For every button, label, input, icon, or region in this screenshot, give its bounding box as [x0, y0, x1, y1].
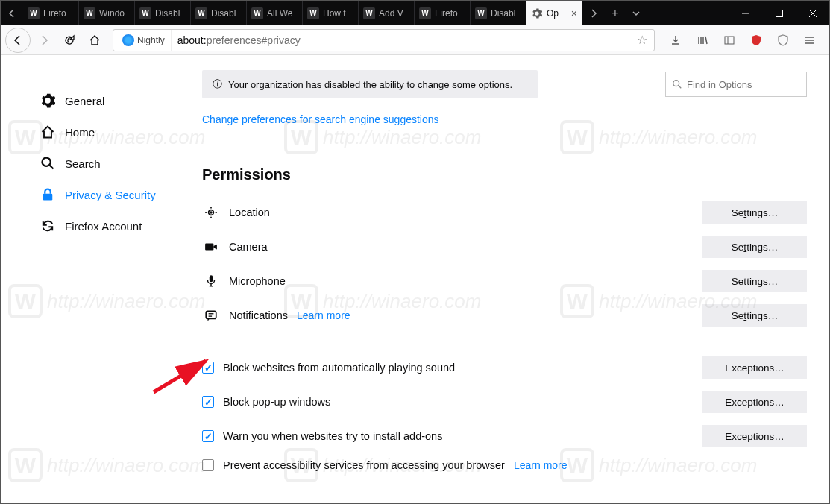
- addon-shield-icon[interactable]: [773, 30, 793, 51]
- svg-point-12: [673, 81, 679, 86]
- favicon-w-icon: W: [475, 7, 487, 19]
- find-in-options-input[interactable]: Find in Options: [665, 72, 807, 97]
- info-text: Your organization has disabled the abili…: [228, 79, 512, 90]
- tab-0[interactable]: WFirefo: [23, 1, 79, 25]
- search-icon: [40, 155, 56, 171]
- tab-label: Firefo: [43, 8, 66, 19]
- info-icon: ⓘ: [213, 78, 222, 91]
- library-icon[interactable]: [692, 30, 713, 51]
- sidebar-item-account[interactable]: Firefox Account: [31, 210, 180, 242]
- close-window-button[interactable]: [796, 1, 829, 25]
- titlebar: WFirefo WWindo WDisabl WDisabl WAll We W…: [1, 1, 829, 25]
- url-text[interactable]: about:preferences#privacy: [172, 34, 633, 46]
- sidebar-label: General: [65, 95, 104, 107]
- learn-more-link[interactable]: Learn more: [514, 459, 568, 471]
- autoplay-checkbox[interactable]: [202, 362, 214, 374]
- back-button[interactable]: [5, 28, 31, 53]
- tab-label: Op: [547, 8, 559, 19]
- tab-label: All We: [267, 8, 292, 19]
- sidebar-label: Home: [65, 126, 95, 139]
- close-tab-icon[interactable]: ×: [571, 7, 577, 19]
- reload-button[interactable]: [57, 28, 81, 52]
- permission-label: Microphone: [229, 275, 286, 287]
- identity-box[interactable]: Nightly: [116, 30, 172, 51]
- content-area: General Home Search Privacy & Security F…: [1, 55, 829, 504]
- addons-checkbox[interactable]: [202, 430, 214, 442]
- menu-button[interactable]: [799, 30, 820, 51]
- camera-settings-button[interactable]: Settings…: [702, 236, 807, 258]
- sidebar-icon[interactable]: [719, 30, 740, 51]
- tab-label: Disabl: [155, 8, 180, 19]
- svg-rect-1: [776, 10, 782, 16]
- permission-label: Location: [229, 207, 270, 218]
- permission-row-microphone: Microphone Settings…: [202, 264, 807, 298]
- minimize-button[interactable]: [729, 1, 762, 25]
- accessibility-checkbox[interactable]: [202, 459, 214, 471]
- sidebar-item-privacy[interactable]: Privacy & Security: [31, 179, 180, 210]
- lock-icon: [40, 186, 56, 203]
- svg-point-15: [210, 211, 212, 213]
- autoplay-exceptions-button[interactable]: Exceptions…: [702, 356, 807, 379]
- search-suggestions-link[interactable]: Change preferences for search engine sug…: [202, 113, 807, 125]
- favicon-w-icon: W: [28, 7, 40, 19]
- checkbox-label: Prevent accessibility services from acce…: [223, 459, 505, 471]
- home-button[interactable]: [83, 28, 107, 52]
- notifications-settings-button[interactable]: Settings…: [702, 304, 807, 327]
- home-icon: [40, 124, 56, 140]
- tab-active[interactable]: Op ×: [526, 1, 582, 25]
- sidebar-item-home[interactable]: Home: [31, 116, 180, 148]
- firefox-icon: [122, 34, 134, 46]
- downloads-icon[interactable]: [665, 30, 686, 51]
- svg-line-10: [50, 166, 54, 169]
- sidebar-item-search[interactable]: Search: [31, 148, 180, 179]
- learn-more-link[interactable]: Learn more: [297, 309, 350, 321]
- url-bar[interactable]: Nightly about:preferences#privacy ☆: [113, 29, 655, 51]
- popup-checkbox[interactable]: [202, 396, 214, 408]
- location-icon: [202, 206, 220, 219]
- divider: [202, 148, 807, 148]
- tab-scroll-left[interactable]: [1, 1, 23, 25]
- permission-row-location: Location Settings…: [202, 195, 807, 230]
- camera-icon: [202, 240, 220, 253]
- svg-rect-4: [725, 37, 734, 44]
- notification-icon: [202, 309, 220, 322]
- preferences-main: ⓘ Your organization has disabled the abi…: [180, 55, 829, 504]
- window-controls: [729, 1, 829, 25]
- maximize-button[interactable]: [762, 1, 796, 25]
- new-tab-button[interactable]: +: [605, 1, 626, 25]
- favicon-w-icon: W: [307, 7, 319, 19]
- addons-exceptions-button[interactable]: Exceptions…: [702, 425, 807, 447]
- sidebar-item-general[interactable]: General: [31, 85, 180, 116]
- tab-6[interactable]: WAdd V: [359, 1, 415, 25]
- tabs-dropdown-button[interactable]: [626, 1, 647, 25]
- permission-row-notifications: Notifications Learn more Settings…: [202, 298, 807, 333]
- microphone-settings-button[interactable]: Settings…: [702, 270, 807, 292]
- addon-ublock-icon[interactable]: [746, 30, 767, 51]
- tab-7[interactable]: WFirefo: [415, 1, 471, 25]
- tab-label: Disabl: [491, 8, 515, 19]
- checkbox-row-accessibility: Prevent accessibility services from acce…: [202, 453, 807, 477]
- tab-scroll-right[interactable]: [582, 1, 605, 25]
- favicon-w-icon: W: [139, 7, 151, 19]
- tab-2[interactable]: WDisabl: [135, 1, 191, 25]
- svg-line-13: [679, 86, 682, 89]
- popup-exceptions-button[interactable]: Exceptions…: [702, 391, 807, 413]
- gear-icon: [531, 7, 543, 19]
- bookmark-star-icon[interactable]: ☆: [633, 33, 651, 47]
- permission-label: Notifications: [229, 309, 288, 321]
- checkbox-label: Block websites from automatically playin…: [223, 362, 455, 374]
- tab-4[interactable]: WAll We: [247, 1, 303, 25]
- forward-button[interactable]: [32, 28, 56, 52]
- checkbox-label: Block pop-up windows: [223, 396, 330, 408]
- tab-label: Disabl: [211, 8, 236, 19]
- tab-5[interactable]: WHow t: [303, 1, 359, 25]
- favicon-w-icon: W: [363, 7, 375, 19]
- location-settings-button[interactable]: Settings…: [702, 201, 807, 224]
- checkbox-row-popup: Block pop-up windows Exceptions…: [202, 385, 807, 419]
- tab-8[interactable]: WDisabl: [471, 1, 526, 25]
- tab-1[interactable]: WWindo: [79, 1, 135, 25]
- tab-3[interactable]: WDisabl: [191, 1, 247, 25]
- checkbox-label: Warn you when websites try to install ad…: [223, 430, 442, 442]
- checkbox-row-autoplay: Block websites from automatically playin…: [202, 350, 807, 385]
- favicon-w-icon: W: [419, 7, 431, 19]
